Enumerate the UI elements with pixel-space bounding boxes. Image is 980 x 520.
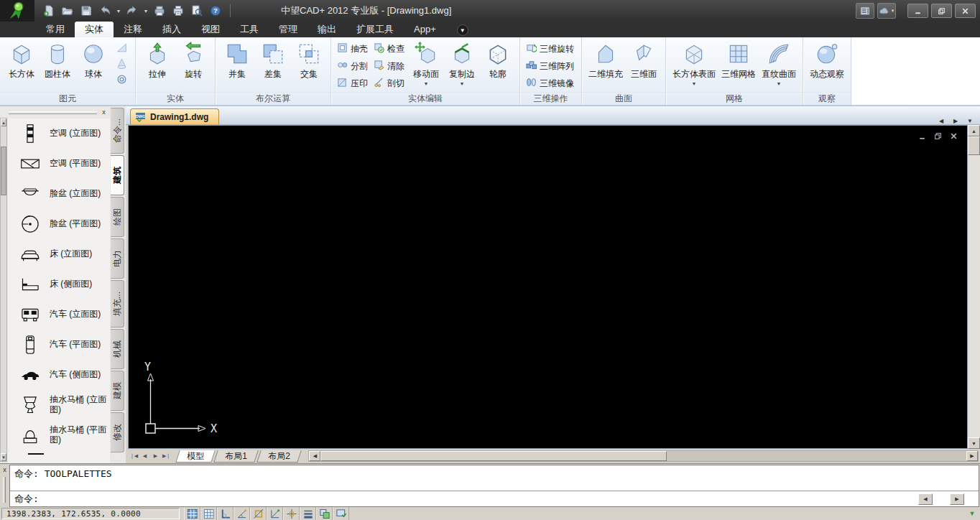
ribbon-tab-App+[interactable]: App+ bbox=[404, 22, 446, 37]
palette-scroll-thumb[interactable] bbox=[1, 147, 6, 195]
close-button[interactable] bbox=[955, 4, 976, 18]
ribbon-options-button[interactable]: ▼ bbox=[455, 24, 471, 36]
ribbon-button-三维镜像[interactable]: 三维镜像 bbox=[524, 76, 577, 91]
ribbon-tab-插入[interactable]: 插入 bbox=[152, 22, 191, 37]
ribbon-button-移动面[interactable]: 移动面▼ bbox=[409, 40, 443, 92]
ribbon-button-三维网格[interactable]: 三维网格 bbox=[719, 40, 758, 92]
ribbon-tab-常用[interactable]: 常用 bbox=[36, 22, 75, 37]
scroll-down-icon[interactable]: ▼ bbox=[1, 453, 6, 461]
palette-item[interactable]: 床 (侧面图) bbox=[8, 269, 110, 300]
chevron-down-icon[interactable]: ▼ bbox=[460, 81, 465, 86]
palette-item[interactable]: 床 (立面图) bbox=[8, 239, 110, 269]
drawing-close-button[interactable] bbox=[949, 131, 958, 141]
drawing-restore-button[interactable] bbox=[933, 131, 943, 141]
ribbon-button-圆柱体[interactable]: 圆柱体 bbox=[40, 40, 75, 92]
next-layout-icon[interactable]: ▶ bbox=[150, 451, 161, 462]
palette-item[interactable]: 空调 (平面图) bbox=[8, 149, 110, 179]
status-menu-arrow-icon[interactable]: ▼ bbox=[966, 508, 978, 519]
ribbon-button-抽壳[interactable]: 抽壳 bbox=[336, 42, 371, 57]
canvas-horizontal-scrollbar[interactable]: ◀ ▶ bbox=[308, 450, 979, 462]
palette-tab-修改[interactable]: 修改 bbox=[111, 412, 124, 452]
otrack-toggle[interactable] bbox=[267, 507, 283, 520]
redo-icon[interactable] bbox=[124, 3, 141, 19]
scroll-down-icon[interactable]: ▼ bbox=[968, 437, 980, 449]
ribbon-button-复制边[interactable]: 复制边▼ bbox=[445, 40, 479, 92]
grid-toggle[interactable] bbox=[200, 507, 217, 520]
plot-icon[interactable] bbox=[151, 3, 168, 19]
chevron-down-icon[interactable]: ▼ bbox=[692, 81, 697, 86]
cloud-icon[interactable]: ▼ bbox=[877, 3, 896, 19]
undo-icon[interactable] bbox=[96, 3, 114, 19]
help-icon[interactable]: ? bbox=[207, 3, 224, 19]
palette-scrollbar[interactable]: ▲ ▼ bbox=[0, 118, 7, 462]
scroll-left-icon[interactable]: ◀ bbox=[309, 451, 320, 461]
tab-scroll-left-icon[interactable]: ◀ bbox=[937, 118, 946, 124]
ortho-toggle[interactable] bbox=[217, 507, 234, 520]
ribbon-button-长方体表面[interactable]: 长方体表面▼ bbox=[670, 40, 718, 92]
ribbon-button-球体[interactable]: 球体 bbox=[76, 40, 111, 92]
palette-item[interactable]: 脸盆 (立面图) bbox=[8, 179, 110, 209]
prev-layout-icon[interactable]: ◀ bbox=[139, 451, 150, 462]
ribbon-button-分割[interactable]: 分割 bbox=[336, 59, 371, 74]
drawing-canvas[interactable]: Y X bbox=[128, 125, 968, 449]
palette-tab-命令...[interactable]: 命令... bbox=[111, 108, 124, 154]
palette-tab-建筑[interactable]: 建筑 bbox=[111, 155, 124, 195]
ribbon-button-并集[interactable]: 并集 bbox=[220, 40, 254, 92]
ribbon-button-剖切[interactable]: 剖切 bbox=[372, 76, 407, 91]
palette-tab-填充...[interactable]: 填充... bbox=[111, 280, 124, 328]
scroll-up-icon[interactable]: ▲ bbox=[1, 119, 6, 126]
save-icon[interactable] bbox=[78, 3, 95, 19]
palette-item[interactable]: 抽水马桶 (立面图) bbox=[8, 390, 110, 420]
layout-tab-布局1[interactable]: 布局1 bbox=[213, 450, 258, 463]
palette-item[interactable]: 脸盆 (平面图) bbox=[8, 209, 110, 239]
paper-space-toggle[interactable] bbox=[333, 507, 349, 520]
ribbon-button-二维填充[interactable]: 二维填充 bbox=[586, 40, 625, 92]
redo-dropdown-icon[interactable]: ▼ bbox=[142, 3, 149, 19]
ribbon-button-旋转[interactable]: 旋转 bbox=[176, 40, 211, 92]
palette-tab-电力[interactable]: 电力 bbox=[111, 238, 124, 279]
osnap-toggle[interactable] bbox=[250, 507, 267, 520]
palette-item[interactable]: 汽车 (立面图) bbox=[8, 300, 110, 330]
palette-item[interactable]: 抽水马桶 (平面图) bbox=[8, 420, 110, 450]
scroll-right-icon[interactable]: ▶ bbox=[966, 451, 978, 461]
palette-tab-建模[interactable]: 建模 bbox=[111, 371, 124, 411]
layout-tab-布局2[interactable]: 布局2 bbox=[256, 450, 301, 463]
ribbon-tab-注释[interactable]: 注释 bbox=[114, 22, 152, 37]
ribbon-tab-管理[interactable]: 管理 bbox=[269, 22, 308, 37]
toolbar-list-icon[interactable] bbox=[856, 3, 874, 19]
snap-toggle[interactable] bbox=[184, 507, 200, 520]
chevron-down-icon[interactable]: ▼ bbox=[777, 81, 782, 86]
command-input-row[interactable]: 命令: ◀ ▶ bbox=[10, 491, 979, 506]
ribbon-tab-视图[interactable]: 视图 bbox=[191, 22, 230, 37]
app-logo-icon[interactable] bbox=[0, 0, 34, 22]
lineweight-toggle[interactable] bbox=[300, 507, 316, 520]
ribbon-button-torus[interactable] bbox=[114, 72, 129, 86]
ribbon-button-拉伸[interactable]: 拉伸 bbox=[140, 40, 175, 92]
first-layout-icon[interactable]: ❘◀ bbox=[129, 451, 139, 462]
open-file-icon[interactable] bbox=[59, 3, 76, 19]
dyn-toggle[interactable] bbox=[283, 507, 300, 520]
ribbon-button-差集[interactable]: 差集 bbox=[256, 40, 290, 92]
vertical-scroll-thumb[interactable] bbox=[968, 136, 980, 155]
palette-item[interactable]: 汽车 (平面图) bbox=[8, 330, 110, 360]
drawing-minimize-button[interactable] bbox=[917, 131, 927, 141]
palette-tab-绘图[interactable]: 绘图 bbox=[111, 197, 124, 237]
ribbon-tab-实体[interactable]: 实体 bbox=[75, 22, 114, 37]
ribbon-button-检查[interactable]: 检查 bbox=[372, 42, 407, 57]
ribbon-button-动态观察[interactable]: 动态观察 bbox=[808, 40, 846, 92]
scroll-right-icon[interactable]: ▶ bbox=[950, 493, 964, 505]
preview-icon[interactable] bbox=[188, 3, 205, 19]
polar-toggle[interactable] bbox=[234, 507, 250, 520]
model-space-toggle[interactable] bbox=[316, 507, 333, 520]
command-grip[interactable] bbox=[3, 477, 6, 503]
last-layout-icon[interactable]: ▶❘ bbox=[161, 451, 172, 462]
ribbon-button-三维旋转[interactable]: 三维旋转 bbox=[524, 42, 577, 57]
ribbon-button-三维阵列[interactable]: 三维阵列 bbox=[524, 59, 577, 74]
ribbon-button-轮廓[interactable]: 轮廓 bbox=[481, 40, 515, 92]
ribbon-button-直纹曲面[interactable]: 直纹曲面▼ bbox=[759, 40, 798, 92]
restore-button[interactable] bbox=[931, 4, 952, 18]
horizontal-scroll-thumb[interactable] bbox=[320, 451, 667, 461]
ribbon-button-压印[interactable]: 压印 bbox=[336, 76, 371, 91]
document-tab[interactable]: DWG Drawing1.dwg bbox=[130, 108, 219, 124]
ribbon-button-交集[interactable]: 交集 bbox=[292, 40, 326, 92]
